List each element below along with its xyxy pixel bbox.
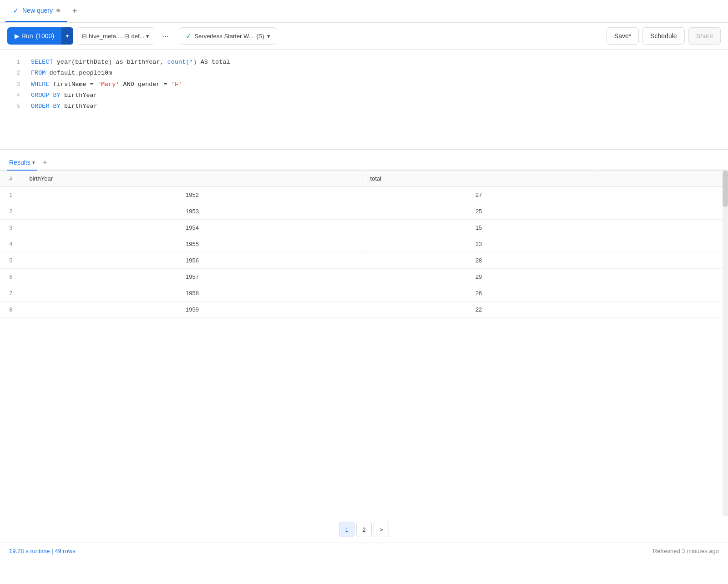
- cell-birthYear: 1953: [22, 203, 363, 220]
- results-tab[interactable]: Results ▾: [7, 155, 37, 171]
- refreshed-status: Refreshed 3 minutes ago: [653, 548, 719, 554]
- pagination: 12>: [0, 516, 728, 543]
- tab-check-icon: ✓: [13, 6, 19, 15]
- code-token-plain: birthYear: [61, 103, 97, 110]
- results-table-wrapper: #birthYeartotal 119522721953253195415419…: [0, 171, 728, 516]
- cell-num: 5: [0, 252, 22, 269]
- cell-empty: [595, 302, 728, 318]
- column-header-empty: [595, 171, 728, 187]
- cell-empty: [595, 220, 728, 236]
- db-icon: ⊟: [82, 33, 87, 40]
- query-tab[interactable]: ✓ New query: [5, 0, 67, 22]
- page-button-1[interactable]: 1: [339, 522, 354, 537]
- cell-total: 26: [363, 285, 595, 302]
- cell-empty: [595, 252, 728, 269]
- line-content: ORDER BY birthYear: [31, 101, 97, 112]
- run-dropdown-button[interactable]: ▾: [61, 27, 73, 45]
- cell-total: 23: [363, 236, 595, 252]
- db-chevron-icon: ▾: [146, 33, 149, 40]
- warehouse-name: Serverless Starter W...: [194, 33, 253, 40]
- table-row: 1195227: [0, 187, 728, 203]
- cell-empty: [595, 187, 728, 203]
- more-options-button[interactable]: ···: [158, 27, 172, 45]
- column-header-birthyear: birthYear: [22, 171, 363, 187]
- tab-title: New query: [22, 7, 53, 14]
- code-token-plain: AS total: [197, 59, 230, 65]
- code-token-keyword: FROM: [31, 70, 46, 76]
- cell-birthYear: 1954: [22, 220, 363, 236]
- cell-total: 15: [363, 220, 595, 236]
- line-content: SELECT year(birthDate) as birthYear, cou…: [31, 57, 230, 68]
- cell-num: 8: [0, 302, 22, 318]
- code-token-plain: year(birthDate) as birthYear,: [53, 59, 167, 65]
- toolbar: ▶ Run (1000) ▾ ⊟ hive_meta.... ⊟ def... …: [0, 23, 728, 50]
- table-row: 7195826: [0, 285, 728, 302]
- code-line: 4GROUP BY birthYear: [0, 90, 728, 101]
- code-token-string: 'F': [171, 81, 182, 88]
- cell-total: 27: [363, 187, 595, 203]
- runtime-status: 19.28 s runtime | 49 rows: [9, 548, 76, 554]
- table-row: 3195415: [0, 220, 728, 236]
- code-token-fn: count(*): [167, 59, 197, 65]
- add-result-tab-button[interactable]: +: [39, 156, 51, 169]
- results-chevron-icon: ▾: [32, 160, 35, 166]
- run-button[interactable]: ▶ Run (1000): [7, 27, 61, 45]
- column-header-total: total: [363, 171, 595, 187]
- next-page-button[interactable]: >: [374, 522, 389, 537]
- line-number: 1: [7, 57, 20, 67]
- cell-total: 22: [363, 302, 595, 318]
- cell-num: 1: [0, 187, 22, 203]
- code-token-plain: firstName =: [50, 81, 97, 88]
- line-number: 4: [7, 90, 20, 101]
- code-line: 2FROM default.people10m: [0, 68, 728, 79]
- line-number: 3: [7, 79, 20, 90]
- table-row: 2195325: [0, 203, 728, 220]
- results-section: Results ▾ + #birthYeartotal 119522721953…: [0, 150, 728, 543]
- code-token-plain: birthYear: [61, 92, 97, 99]
- page-button-2[interactable]: 2: [356, 522, 372, 537]
- code-token-keyword: SELECT: [31, 59, 53, 65]
- cell-birthYear: 1958: [22, 285, 363, 302]
- tab-bar: ✓ New query +: [0, 0, 728, 23]
- warehouse-check-icon: ✓: [186, 32, 192, 40]
- database-selector[interactable]: ⊟ hive_meta.... ⊟ def... ▾: [77, 27, 154, 45]
- results-tab-label: Results: [9, 159, 30, 166]
- code-line: 5ORDER BY birthYear: [0, 101, 728, 112]
- warehouse-chevron-icon: ▾: [267, 33, 270, 40]
- code-token-keyword: WHERE: [31, 81, 50, 88]
- code-token-keyword: GROUP BY: [31, 92, 61, 99]
- cell-birthYear: 1952: [22, 187, 363, 203]
- share-button: Share: [688, 27, 721, 45]
- code-line: 1SELECT year(birthDate) as birthYear, co…: [0, 57, 728, 68]
- scrollbar-track[interactable]: [723, 171, 728, 516]
- db-sep-icon: ⊟: [124, 33, 129, 40]
- save-button[interactable]: Save*: [607, 27, 639, 45]
- cell-birthYear: 1955: [22, 236, 363, 252]
- dropdown-arrow-icon: ▾: [66, 33, 69, 39]
- line-content: GROUP BY birthYear: [31, 90, 97, 101]
- cell-total: 25: [363, 203, 595, 220]
- db-schema: def...: [131, 33, 144, 40]
- cell-num: 6: [0, 269, 22, 285]
- code-token-string: 'Mary': [97, 81, 120, 88]
- code-token-keyword: ORDER BY: [31, 103, 61, 110]
- code-token-plain: AND gender =: [119, 81, 171, 88]
- cell-empty: [595, 203, 728, 220]
- code-editor[interactable]: 1SELECT year(birthDate) as birthYear, co…: [0, 50, 728, 150]
- cell-empty: [595, 236, 728, 252]
- table-row: 6195729: [0, 269, 728, 285]
- cell-birthYear: 1959: [22, 302, 363, 318]
- cell-total: 29: [363, 269, 595, 285]
- code-token-plain: default.people10m: [46, 70, 112, 76]
- warehouse-selector[interactable]: ✓ Serverless Starter W... (S) ▾: [180, 27, 276, 45]
- db-name: hive_meta....: [89, 33, 122, 40]
- cell-empty: [595, 285, 728, 302]
- table-row: 4195523: [0, 236, 728, 252]
- tab-unsaved-dot: [56, 9, 60, 12]
- new-tab-button[interactable]: +: [67, 4, 82, 19]
- schedule-button[interactable]: Schedule: [642, 27, 684, 45]
- scrollbar-thumb[interactable]: [723, 171, 728, 207]
- results-tabs: Results ▾ +: [0, 150, 728, 171]
- status-bar: 19.28 s runtime | 49 rows Refreshed 3 mi…: [0, 543, 728, 559]
- cell-empty: [595, 269, 728, 285]
